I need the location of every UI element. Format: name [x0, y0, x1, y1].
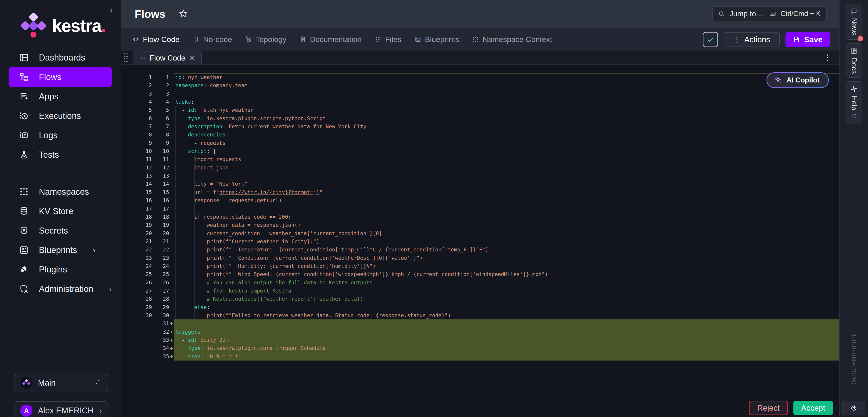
sidebar: ‹ kestra. Dashboards Flows Apps Executio… [0, 0, 121, 417]
user-avatar: A [20, 405, 33, 417]
sidebar-item-label: Flows [39, 72, 61, 82]
code-line[interactable]: 1919 weather_data = response.json() [121, 221, 839, 229]
tenant-avatar [20, 377, 33, 389]
save-button[interactable]: Save [785, 32, 830, 47]
accept-button[interactable]: Accept [794, 401, 833, 415]
code-line[interactable]: 2323 print(f" Condition: {current_condit… [121, 254, 839, 262]
code-line[interactable]: 1616 response = requests.get(url) [121, 196, 839, 204]
code-line[interactable]: 11id: nyc_weather [121, 73, 839, 81]
code-line[interactable]: 33 [121, 90, 839, 98]
code-line[interactable]: 2626 # You can also output the full data… [121, 279, 839, 287]
code-line[interactable]: 2222 print(f" Temperature: {current_cond… [121, 246, 839, 254]
flows-icon [19, 72, 29, 82]
sidebar-item-administration[interactable]: Administration › [8, 279, 112, 299]
tab-blueprints[interactable]: Blueprints [414, 35, 459, 44]
code-line[interactable]: 3030 print(f"Failed to retrieve weather … [121, 311, 839, 319]
code-line[interactable]: 1717 [121, 205, 839, 213]
code-line[interactable]: 2929 else: [121, 303, 839, 311]
code-line[interactable]: 2828 # Kestra.outputs({'weather_report':… [121, 295, 839, 303]
code-line[interactable]: 88 dependencies: [121, 131, 839, 139]
docs-icon [850, 47, 858, 55]
sidebar-item-label: Blueprints [39, 245, 77, 255]
diff-actions: Reject Accept [749, 401, 833, 415]
sidebar-item-plugins[interactable]: Plugins [8, 260, 112, 279]
drag-handle[interactable] [121, 51, 131, 64]
sidebar-item-label: Apps [39, 92, 59, 101]
sidebar-item-dashboards[interactable]: Dashboards [8, 48, 112, 67]
code-line[interactable]: 2020 current_condition = weather_data['c… [121, 229, 839, 237]
rail-tab-help[interactable]: Help [846, 81, 862, 124]
switch-tenant-icon[interactable] [94, 378, 102, 388]
tab-topology[interactable]: Topology [245, 35, 286, 44]
sidebar-item-namespaces[interactable]: Namespaces [8, 182, 112, 201]
tab-documentation[interactable]: Documentation [300, 35, 362, 44]
code-line[interactable]: 2525 print(f" Wind Speed: {current_condi… [121, 270, 839, 278]
validation-status-button[interactable] [703, 32, 718, 47]
sparkles-icon [850, 404, 858, 412]
sidebar-item-logs[interactable]: Logs [8, 126, 112, 145]
sparkle-icon [774, 76, 782, 85]
check-icon [706, 35, 715, 43]
sidebar-item-flows[interactable]: Flows [8, 67, 112, 87]
version-label: 1.0.0-SNAPSHOT [850, 334, 857, 389]
code-line[interactable]: 1818 if response.status_code == 200: [121, 213, 839, 221]
tab-no-code[interactable]: No-code [193, 35, 232, 44]
code-editor[interactable]: 11id: nyc_weather22namespace: company.te… [121, 65, 839, 417]
tab-flow-code[interactable]: Flow Code [132, 35, 180, 44]
code-line[interactable]: 1111 import requests [121, 155, 839, 163]
rail-tab-news[interactable]: News [846, 4, 862, 40]
code-line[interactable]: 99 - requests [121, 139, 839, 147]
code-line[interactable]: 33+ - id: daily_9am [121, 336, 839, 344]
tenant-selector[interactable]: Main [14, 374, 108, 392]
code-line[interactable]: 31+ [121, 319, 839, 327]
code-line[interactable]: 44tasks: [121, 98, 839, 106]
kestra-logo[interactable]: kestra. [21, 13, 106, 38]
secrets-icon [19, 226, 29, 235]
tab-files[interactable]: Files [375, 35, 401, 44]
sidebar-collapse-icon[interactable]: ‹ [110, 5, 113, 15]
notification-badge [858, 36, 863, 41]
code-line[interactable]: 66 type: io.kestra.plugin.scripts.python… [121, 114, 839, 122]
sidebar-item-blueprints[interactable]: Blueprints › [8, 240, 112, 260]
code-line[interactable]: 2727 # from kestra import Kestra [121, 287, 839, 295]
editor-tab-flow-code[interactable]: Flow Code ✕ [133, 52, 202, 64]
whats-new-button[interactable] [842, 401, 865, 415]
code-line[interactable]: 1515 url = f"https://wttr.in/{city}?form… [121, 188, 839, 196]
code-line[interactable]: 1010 script: | [121, 147, 839, 155]
sidebar-item-tests[interactable]: Tests [8, 145, 112, 164]
tests-icon [19, 150, 29, 160]
favorite-star-icon[interactable] [179, 9, 188, 19]
tab-strip-more-icon[interactable]: ⋮ [824, 53, 832, 62]
search-placeholder: Jump to... [730, 9, 765, 18]
user-menu[interactable]: A Alex EMERICH › [14, 401, 108, 417]
code-line[interactable]: 34+ type: io.kestra.plugin.core.trigger.… [121, 344, 839, 352]
close-tab-icon[interactable]: ✕ [189, 54, 195, 62]
ai-copilot-button[interactable]: AI Copilot [767, 72, 829, 88]
code-line[interactable]: 77 description: Fetch current weather da… [121, 122, 839, 131]
code-line[interactable]: 35+ cron: "0 9 * * *" [121, 352, 839, 360]
tenant-label: Main [38, 378, 88, 388]
sidebar-item-apps[interactable]: Apps [8, 87, 112, 106]
external-link-icon [851, 114, 857, 120]
code-line[interactable]: 2121 print(f"Current weather in {city}:"… [121, 237, 839, 246]
chevron-right-icon: › [99, 406, 102, 415]
tab-namespace-context[interactable]: Namespace Context [472, 35, 552, 44]
code-line[interactable]: 1414 city = "New York" [121, 180, 839, 188]
actions-button[interactable]: ⋮ Actions [724, 32, 780, 47]
rail-tab-docs[interactable]: Docs [846, 43, 862, 78]
sidebar-menu: Dashboards Flows Apps Executions Logs Te… [0, 48, 121, 299]
code-line[interactable]: 32+triggers: [121, 328, 839, 336]
sidebar-item-kv-store[interactable]: KV Store [8, 201, 112, 221]
code-line[interactable]: 2424 print(f" Humidity: {current_conditi… [121, 262, 839, 270]
code-line[interactable]: 1313 [121, 172, 839, 180]
reject-button[interactable]: Reject [749, 401, 788, 415]
code-line[interactable]: 1212 import json [121, 164, 839, 172]
code-line[interactable]: 22namespace: company.team [121, 81, 839, 90]
sidebar-item-secrets[interactable]: Secrets [8, 221, 112, 240]
namespaces-icon [19, 187, 29, 197]
code-line[interactable]: 55 - id: fetch_nyc_weather [121, 106, 839, 114]
editor-tab-strip: Flow Code ✕ ⋮ [121, 51, 839, 65]
search-input[interactable]: Jump to... Ctrl/Cmd + K [712, 6, 827, 21]
sidebar-item-executions[interactable]: Executions [8, 106, 112, 126]
dashboards-icon [19, 53, 29, 63]
